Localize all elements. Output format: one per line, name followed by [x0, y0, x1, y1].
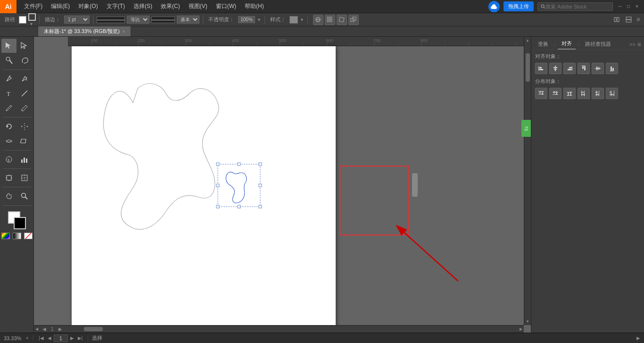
panel-menu-btn[interactable]: ≡ — [637, 41, 641, 48]
warp-tool[interactable] — [1, 134, 17, 148]
magic-wand-tool[interactable] — [1, 53, 17, 67]
vertical-scrollbar[interactable]: ▲ ▼ — [524, 37, 531, 325]
page-first-btn[interactable]: |◀ — [37, 335, 45, 341]
reflect-tool[interactable] — [17, 119, 32, 134]
align-top-edges-btn[interactable] — [578, 63, 590, 74]
artboard-next[interactable]: ▶ — [56, 326, 65, 332]
document-tab-close[interactable]: × — [123, 29, 125, 34]
document-tab[interactable]: 未标题-1* @ 33.33% (RGB/预览) × — [38, 26, 131, 36]
scroll-up-btn[interactable]: ▲ — [524, 37, 531, 44]
stock-search[interactable] — [537, 2, 613, 11]
page-num-input[interactable] — [54, 335, 68, 342]
scroll-thumb-h[interactable] — [84, 327, 103, 331]
stroke-cap-select[interactable]: 等比 — [127, 16, 149, 24]
opacity-input[interactable] — [238, 16, 255, 23]
color-mode-btns — [0, 232, 35, 240]
distribute-right-edges-btn[interactable] — [606, 88, 618, 99]
menu-file[interactable]: 文件(F) — [20, 1, 46, 12]
grid-icon-btn[interactable] — [325, 15, 335, 25]
stroke-swatch[interactable] — [28, 13, 36, 21]
upload-btn[interactable]: 拖拽上传 — [504, 1, 534, 11]
zoom-icon — [20, 192, 29, 201]
globe-icon-btn[interactable] — [313, 15, 323, 25]
toolbar-right-btn1[interactable] — [612, 15, 622, 25]
align-left-edges-btn[interactable] — [535, 63, 547, 74]
menu-icon[interactable]: ≡ — [636, 15, 641, 25]
scroll-right-btn[interactable]: ▶ — [518, 326, 524, 333]
page-prev-btn[interactable]: ◀ — [46, 335, 53, 341]
scroll-thumb-v[interactable] — [526, 53, 530, 82]
menu-select[interactable]: 选择(S) — [130, 1, 156, 12]
artboard-prev[interactable]: ◀ — [40, 326, 49, 332]
minimize-button[interactable]: ─ — [617, 3, 623, 10]
distribute-top-edges-btn[interactable] — [535, 88, 547, 99]
background-color[interactable] — [14, 217, 26, 229]
align-center-vertical-btn[interactable] — [592, 63, 604, 74]
slice-tool[interactable] — [17, 171, 32, 185]
scroll-down-btn[interactable]: ▼ — [524, 318, 531, 325]
align-center-horizontal-btn[interactable] — [549, 63, 561, 74]
tab-align[interactable]: 对齐 — [558, 39, 576, 50]
toolbar-right-btn2[interactable] — [624, 15, 634, 25]
gradient-mode-btn[interactable] — [13, 233, 21, 239]
page-last-btn[interactable]: ▶| — [76, 335, 84, 341]
maximize-button[interactable]: □ — [625, 3, 632, 10]
menu-edit[interactable]: 编辑(E) — [47, 1, 74, 12]
panel-collapse-tab[interactable] — [412, 173, 418, 197]
scroll-left-btn[interactable]: ◀ — [34, 326, 40, 333]
type-tool[interactable]: T — [1, 86, 17, 100]
page-next-btn[interactable]: ▶ — [69, 335, 75, 341]
artboard-svg — [72, 46, 336, 333]
arrange-icon-btn[interactable] — [348, 15, 359, 25]
lasso-tool[interactable] — [17, 53, 32, 67]
add-anchor-tool[interactable]: + — [17, 72, 32, 86]
direct-selection-tool[interactable] — [17, 39, 32, 53]
stroke-style-2[interactable] — [151, 17, 175, 23]
align-bottom-edges-btn[interactable] — [606, 63, 618, 74]
zoom-arrow[interactable]: ▼ — [25, 336, 29, 341]
menu-object[interactable]: 对象(O) — [74, 1, 101, 12]
stroke-weight-select[interactable]: 1 pt0.5 pt2 pt — [64, 16, 90, 24]
library-panel-btn[interactable]: 73 — [521, 120, 531, 137]
menu-type[interactable]: 文字(T) — [103, 1, 129, 12]
menu-view[interactable]: 视图(V) — [185, 1, 211, 12]
hand-tool[interactable] — [1, 189, 17, 203]
column-graph-tool[interactable] — [17, 152, 32, 167]
menu-window[interactable]: 窗口(W) — [212, 1, 240, 12]
tab-transform[interactable]: 变换 — [534, 39, 552, 49]
distribute-left-edges-btn[interactable] — [578, 88, 590, 99]
pencil-tool[interactable] — [17, 101, 32, 115]
align-right-edges-btn[interactable] — [563, 63, 576, 74]
svg-rect-122 — [595, 92, 598, 93]
zoom-tool[interactable] — [17, 189, 32, 203]
horizontal-scrollbar[interactable]: ◀ ◀ 1 ▶ ▶ — [34, 325, 524, 333]
paintbrush-tool[interactable] — [1, 101, 17, 115]
symbol-tool[interactable]: s — [1, 152, 17, 167]
distribute-centers-h-btn[interactable] — [592, 88, 604, 99]
search-input[interactable] — [545, 4, 607, 9]
canvas-area[interactable]: 100 200 300 400 500 600 700 800 — [34, 37, 531, 333]
panel-expand-btn[interactable]: >> — [629, 42, 636, 47]
line-tool[interactable] — [17, 86, 32, 100]
tab-pathfinder[interactable]: 路径查找器 — [581, 39, 615, 49]
free-transform-tool[interactable] — [17, 134, 32, 148]
menu-help[interactable]: 帮助(H) — [241, 1, 268, 12]
style-swatch[interactable] — [289, 16, 298, 24]
creative-cloud-icon[interactable] — [488, 1, 500, 12]
stroke-style-1[interactable] — [97, 17, 125, 23]
rotate-tool[interactable] — [1, 119, 17, 134]
fill-swatch[interactable] — [19, 16, 26, 24]
color-mode-btn[interactable] — [1, 233, 10, 239]
stroke-join-select[interactable]: 基本 — [177, 16, 199, 24]
close-button[interactable]: × — [634, 3, 640, 10]
menu-effect[interactable]: 效果(C) — [157, 1, 184, 12]
color-swatch-area — [6, 209, 28, 231]
distribute-bottom-edges-btn[interactable] — [563, 88, 576, 99]
selection-tool[interactable] — [1, 39, 17, 53]
pen-tool[interactable] — [1, 72, 17, 86]
artboard-tool[interactable] — [1, 171, 17, 185]
transform-icon-btn[interactable] — [337, 15, 347, 25]
distribute-centers-v-btn[interactable] — [549, 88, 561, 99]
none-mode-btn[interactable] — [24, 233, 33, 239]
status-right-arrow[interactable]: ▶ — [636, 335, 640, 341]
